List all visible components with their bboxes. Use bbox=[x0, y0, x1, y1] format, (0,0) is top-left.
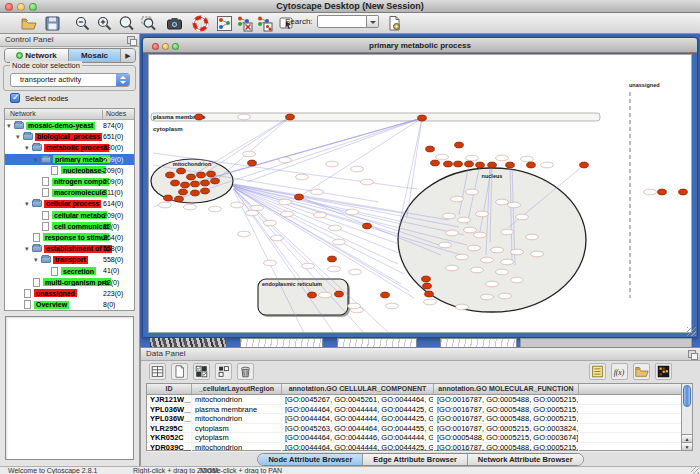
float-panel-icon[interactable] bbox=[127, 36, 135, 44]
tree-row[interactable]: ▾primary metabo209(0) bbox=[5, 154, 134, 165]
network-node-label[interactable] bbox=[302, 263, 315, 269]
search-input[interactable] bbox=[317, 15, 367, 28]
network-node[interactable] bbox=[580, 162, 589, 168]
table-row[interactable]: YLR295Ccytoplasm[GO:0045263, GO:0044464,… bbox=[147, 424, 681, 434]
network-node-label[interactable] bbox=[279, 157, 292, 163]
table-row[interactable]: YPL036W__1mitochondrion[GO:0044464, GO:0… bbox=[147, 414, 681, 424]
network-node-label[interactable] bbox=[361, 179, 374, 185]
net-minimize-button[interactable] bbox=[162, 43, 169, 50]
network-node-label[interactable] bbox=[319, 292, 332, 298]
network-node-label[interactable] bbox=[246, 210, 259, 216]
network-node[interactable] bbox=[248, 160, 257, 166]
network-node-label[interactable] bbox=[281, 211, 294, 217]
network-node-label[interactable] bbox=[481, 294, 494, 300]
network-node-label[interactable] bbox=[496, 269, 509, 275]
network-node[interactable] bbox=[423, 283, 432, 289]
tab-node-attribute-browser[interactable]: Node Attribute Browser bbox=[258, 454, 363, 465]
network-node[interactable] bbox=[164, 195, 173, 201]
network-node-label[interactable] bbox=[348, 303, 361, 309]
search-dropdown-button[interactable] bbox=[367, 15, 379, 28]
network-node-label[interactable] bbox=[238, 231, 251, 237]
network-node-label[interactable] bbox=[464, 227, 477, 233]
network-node[interactable] bbox=[679, 189, 688, 195]
tab-edge-attribute-browser[interactable]: Edge Attribute Browser bbox=[363, 454, 467, 465]
tree-row[interactable]: secretion41(0) bbox=[5, 265, 134, 276]
network-node-label[interactable] bbox=[474, 232, 487, 238]
network-node[interactable] bbox=[455, 142, 464, 148]
open-attribute-file-icon[interactable] bbox=[633, 363, 650, 380]
network-node[interactable] bbox=[335, 291, 344, 297]
expand-arrow-icon[interactable]: ▾ bbox=[16, 133, 23, 140]
network-window-titlebar[interactable]: primary metabolic process bbox=[143, 38, 697, 53]
create-network-icon[interactable] bbox=[236, 15, 253, 32]
help-icon[interactable] bbox=[192, 15, 209, 32]
network-node[interactable] bbox=[476, 162, 485, 168]
column-header[interactable]: annotation.GO MOLECULAR_FUNCTION bbox=[434, 384, 579, 394]
scroll-up-button[interactable]: ▲ bbox=[682, 434, 692, 442]
tree-row[interactable]: ▾metabolic process280(0) bbox=[5, 142, 134, 153]
network-node-label[interactable] bbox=[333, 239, 346, 245]
network-node[interactable] bbox=[488, 162, 497, 168]
network-node-label[interactable] bbox=[329, 225, 342, 231]
tree-row[interactable]: macromolecule311(0) bbox=[5, 187, 134, 198]
expand-arrow-icon[interactable]: ▾ bbox=[34, 156, 41, 163]
network-node[interactable] bbox=[425, 291, 434, 297]
table-row[interactable]: YJR121W__1mitochondrion[GO:0045267, GO:0… bbox=[147, 395, 681, 405]
minimized-window[interactable] bbox=[440, 338, 517, 347]
unselect-attributes-icon[interactable] bbox=[215, 363, 232, 380]
network-node-label[interactable] bbox=[496, 199, 509, 205]
network-node-label[interactable] bbox=[456, 254, 469, 260]
network-node-label[interactable] bbox=[496, 155, 509, 161]
network-node-label[interactable] bbox=[531, 251, 544, 257]
network-node[interactable] bbox=[191, 190, 200, 196]
node-color-dropdown[interactable]: transporter activity bbox=[10, 73, 130, 87]
scroll-down-button[interactable]: ▼ bbox=[682, 442, 692, 450]
network-node-label[interactable] bbox=[349, 269, 362, 275]
network-node[interactable] bbox=[171, 180, 180, 186]
network-node-label[interactable] bbox=[311, 189, 324, 195]
open-icon[interactable] bbox=[20, 15, 37, 32]
network-node-label[interactable] bbox=[436, 154, 449, 160]
network-node-label[interactable] bbox=[499, 293, 512, 299]
new-attribute-icon[interactable] bbox=[171, 363, 188, 380]
float-panel-icon[interactable] bbox=[688, 350, 696, 358]
network-node-label[interactable] bbox=[279, 199, 292, 205]
tree-row[interactable]: cell communicat22(0) bbox=[5, 221, 134, 232]
network-overview-icon[interactable] bbox=[216, 15, 233, 32]
network-node[interactable] bbox=[506, 162, 515, 168]
network-node[interactable] bbox=[166, 172, 175, 178]
network-node-label[interactable] bbox=[264, 260, 277, 266]
network-node-label[interactable] bbox=[481, 257, 494, 263]
column-header[interactable] bbox=[579, 384, 683, 394]
search-config-icon[interactable] bbox=[386, 15, 403, 32]
network-node-label[interactable] bbox=[443, 213, 456, 219]
expand-arrow-icon[interactable]: ▾ bbox=[25, 200, 32, 207]
network-node-label[interactable] bbox=[516, 214, 529, 220]
tree-row[interactable]: ▾transport558(0) bbox=[5, 254, 134, 265]
save-icon[interactable] bbox=[44, 15, 61, 32]
minimized-window[interactable] bbox=[520, 338, 692, 347]
network-node-label[interactable] bbox=[231, 202, 244, 208]
network-node-label[interactable] bbox=[456, 304, 469, 310]
zoom-out-icon[interactable] bbox=[74, 15, 91, 32]
network-node-label[interactable] bbox=[511, 277, 524, 283]
zoom-in-icon[interactable] bbox=[96, 15, 113, 32]
network-node[interactable] bbox=[179, 189, 188, 195]
heatmap-icon[interactable] bbox=[655, 363, 672, 380]
network-node[interactable] bbox=[422, 276, 431, 282]
network-node[interactable] bbox=[201, 188, 210, 194]
network-node-label[interactable] bbox=[526, 234, 539, 240]
expand-arrow-icon[interactable]: ▾ bbox=[34, 256, 41, 263]
network-node-label[interactable] bbox=[238, 114, 251, 120]
network-node[interactable] bbox=[527, 162, 536, 168]
network-node-label[interactable] bbox=[346, 209, 359, 215]
network-node-label[interactable] bbox=[326, 161, 339, 167]
network-node-label[interactable] bbox=[501, 229, 514, 235]
window-resize-grip[interactable] bbox=[687, 327, 696, 336]
network-node-label[interactable] bbox=[508, 202, 521, 208]
network-node-label[interactable] bbox=[451, 196, 464, 202]
zoom-window-button[interactable] bbox=[29, 3, 37, 11]
expand-arrow-icon[interactable]: ▾ bbox=[7, 122, 14, 129]
tree-row[interactable]: nucleobase-209(0) bbox=[5, 165, 134, 176]
network-node-label[interactable] bbox=[471, 267, 484, 273]
